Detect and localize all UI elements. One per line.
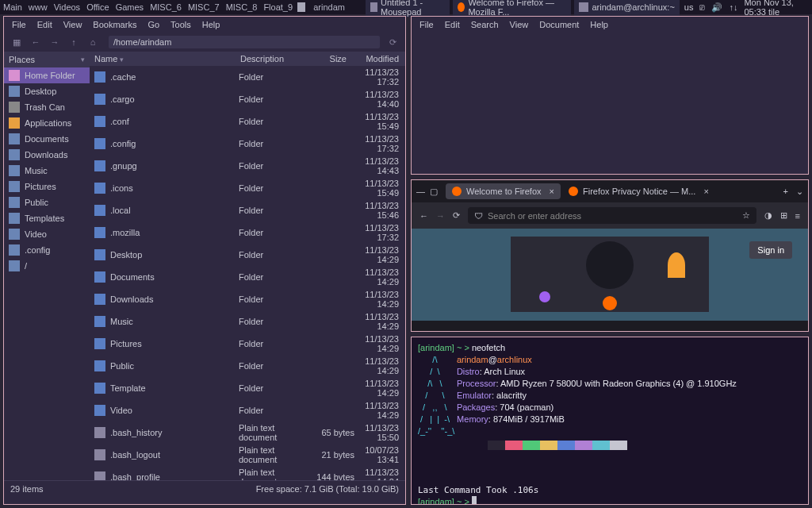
sidebar-item-video[interactable]: Video	[4, 226, 90, 242]
browser-tab[interactable]: Firefox Privacy Notice — M...×	[562, 183, 715, 199]
screen-icon[interactable]: ⎚	[699, 2, 705, 12]
sidebar-item-homefolder[interactable]: Home Folder	[4, 67, 90, 83]
file-row[interactable]: TemplateFolder11/13/23 14:29	[90, 377, 405, 399]
file-row[interactable]: .configFolder11/13/23 17:32	[90, 133, 405, 155]
menu-file[interactable]: File	[12, 20, 26, 29]
sidebar-item-[interactable]: /	[4, 258, 90, 274]
dropdown-button[interactable]: ⌄	[796, 187, 803, 197]
task-button[interactable]: arindam@archlinux:~	[574, 0, 679, 17]
panel-menu-office[interactable]: Office	[86, 2, 109, 12]
file-row[interactable]: .gnupgFolder11/13/23 14:43	[90, 155, 405, 177]
ff-back-button[interactable]: ←	[419, 211, 428, 221]
file-row[interactable]: .cargoFolder11/13/23 14:40	[90, 88, 405, 110]
bookmark-star-icon[interactable]: ☆	[742, 210, 750, 221]
folder-icon	[94, 138, 105, 149]
ff-menu-button[interactable]: ≡	[795, 211, 800, 221]
sidebar-item-desktop[interactable]: Desktop	[4, 83, 90, 99]
vid-icon	[9, 229, 20, 240]
menu-view[interactable]: View	[510, 20, 529, 29]
close-tab-button[interactable]: ×	[703, 187, 708, 196]
col-desc[interactable]: Description	[236, 54, 308, 64]
menu-help[interactable]: Help	[202, 20, 220, 29]
panel-folder-label[interactable]: arindam	[313, 2, 345, 12]
panel-menu-float_9[interactable]: Float_9	[263, 2, 293, 12]
minimize-button[interactable]: —	[416, 187, 425, 197]
col-modified[interactable]: Modified	[351, 54, 405, 64]
menu-bookmarks[interactable]: Bookmarks	[93, 20, 136, 29]
terminal-window[interactable]: [arindam] ~ > neofetch /\ arindam@archli…	[411, 337, 809, 505]
file-row[interactable]: DesktopFolder11/13/23 14:29	[90, 244, 405, 266]
menu-search[interactable]: Search	[471, 20, 499, 29]
panel-menu-www[interactable]: www	[29, 2, 48, 12]
file-row[interactable]: .localFolder11/13/23 15:46	[90, 199, 405, 221]
extensions-icon[interactable]: ⊞	[780, 210, 787, 221]
ff-reload-button[interactable]: ⟳	[453, 210, 460, 221]
sidebar-item-templates[interactable]: Templates	[4, 210, 90, 226]
account-icon[interactable]: ◑	[764, 210, 772, 221]
fm-statusbar: 29 items Free space: 7.1 GiB (Total: 19.…	[4, 480, 405, 497]
reload-button[interactable]: ⟳	[386, 37, 399, 48]
new-tab-button[interactable]: ▦	[10, 37, 23, 48]
menu-edit[interactable]: Edit	[445, 20, 460, 29]
file-row[interactable]: DocumentsFolder11/13/23 14:29	[90, 266, 405, 288]
sidebar-item-applications[interactable]: Applications	[4, 115, 90, 131]
menu-file[interactable]: File	[419, 20, 434, 29]
file-row[interactable]: VideoFolder11/13/23 14:29	[90, 399, 405, 421]
file-row[interactable]: .bash_historyPlain text document65 bytes…	[90, 421, 405, 444]
sidebar-item-config[interactable]: .config	[4, 242, 90, 258]
menu-document[interactable]: Document	[539, 20, 579, 29]
col-name[interactable]: Name ▾	[90, 54, 236, 64]
file-row[interactable]: .bash_profilePlain text document144 byte…	[90, 466, 405, 480]
panel-menu-games[interactable]: Games	[116, 2, 144, 12]
panel-menu-misc_6[interactable]: MISC_6	[150, 2, 182, 12]
file-row[interactable]: .cacheFolder11/13/23 17:32	[90, 66, 405, 88]
panel-menu-main[interactable]: Main	[3, 2, 22, 12]
file-row[interactable]: .mozillaFolder11/13/23 17:32	[90, 221, 405, 244]
menu-go[interactable]: Go	[147, 20, 159, 29]
mousepad-menubar: FileEditSearchViewDocumentHelp	[412, 17, 808, 33]
back-button[interactable]: ←	[29, 37, 42, 47]
new-tab-button[interactable]: +	[779, 187, 793, 196]
close-tab-button[interactable]: ×	[550, 187, 554, 196]
places-header[interactable]: Places▾	[4, 52, 90, 67]
signin-button[interactable]: Sign in	[749, 241, 792, 259]
kbd-layout[interactable]: us	[684, 2, 694, 12]
browser-tab[interactable]: Welcome to Firefox×	[446, 183, 561, 199]
col-size[interactable]: Size	[308, 54, 351, 64]
menu-edit[interactable]: Edit	[37, 20, 52, 29]
task-button[interactable]: Untitled 1 - Mousepad	[366, 0, 450, 17]
task-button[interactable]: Welcome to Firefox — Mozilla F...	[453, 0, 571, 17]
forward-button[interactable]: →	[48, 37, 61, 47]
panel-menu-videos[interactable]: Videos	[54, 2, 80, 12]
menu-tools[interactable]: Tools	[170, 20, 191, 29]
sidebar-item-documents[interactable]: Documents	[4, 131, 90, 147]
menu-help[interactable]: Help	[590, 20, 608, 29]
clock[interactable]: Mon Nov 13, 05:33 tile	[744, 0, 809, 17]
sidebar-item-trashcan[interactable]: Trash Can	[4, 99, 90, 115]
terminal-icon	[579, 2, 588, 12]
file-manager-window: FileEditViewBookmarksGoToolsHelp ▦ ← → ↑…	[3, 16, 406, 505]
panel-menu-misc_8[interactable]: MISC_8	[226, 2, 258, 12]
file-row[interactable]: PicturesFolder11/13/23 14:29	[90, 333, 405, 355]
maximize-button[interactable]: ▢	[430, 187, 438, 197]
panel-menu-misc_7[interactable]: MISC_7	[188, 2, 220, 12]
file-row[interactable]: .confFolder11/13/23 15:49	[90, 110, 405, 133]
urlbar[interactable]: 🛡 Search or enter address ☆	[468, 207, 756, 224]
menu-view[interactable]: View	[63, 20, 82, 29]
sidebar-item-downloads[interactable]: Downloads	[4, 147, 90, 163]
sidebar-item-pictures[interactable]: Pictures	[4, 179, 90, 194]
file-row[interactable]: MusicFolder11/13/23 14:29	[90, 310, 405, 333]
file-row[interactable]: PublicFolder11/13/23 14:29	[90, 355, 405, 377]
network-icon[interactable]: ↑↓	[729, 2, 737, 12]
up-button[interactable]: ↑	[67, 37, 80, 47]
file-row[interactable]: .iconsFolder11/13/23 15:49	[90, 177, 405, 199]
home-button[interactable]: ⌂	[86, 37, 99, 47]
file-row[interactable]: .bash_logoutPlain text document21 bytes1…	[90, 444, 405, 466]
mousepad-editor[interactable]	[412, 33, 808, 167]
file-row[interactable]: DownloadsFolder11/13/23 14:29	[90, 288, 405, 310]
sidebar-item-music[interactable]: Music	[4, 163, 90, 179]
volume-icon[interactable]: 🔊	[711, 2, 722, 13]
sidebar-item-public[interactable]: Public	[4, 194, 90, 210]
path-bar[interactable]: /home/arindam	[109, 36, 380, 48]
ff-forward-button[interactable]: →	[436, 211, 445, 221]
